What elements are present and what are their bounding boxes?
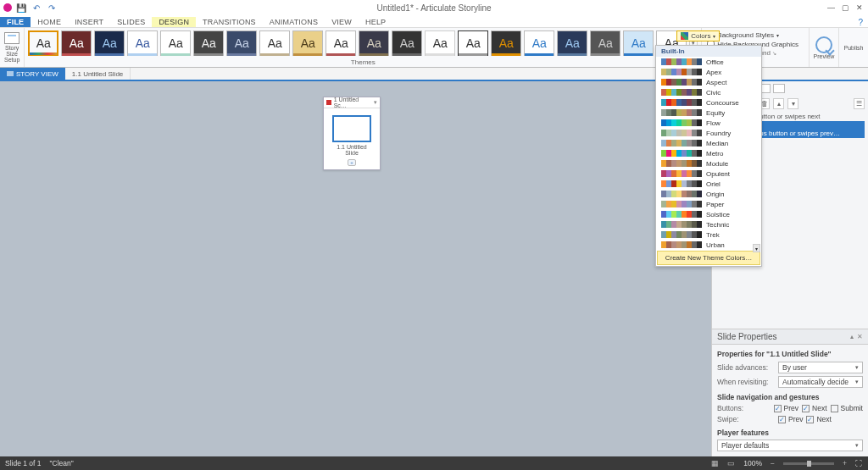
tab-design[interactable]: DESIGN	[152, 17, 196, 27]
color-scheme-solstice[interactable]: Solstice	[656, 209, 761, 219]
colors-dd-scroll-down[interactable]: ▾	[753, 244, 760, 252]
theme-thumb-13[interactable]: Aa	[458, 30, 488, 56]
buttons-next-checkbox[interactable]	[802, 405, 810, 412]
color-scheme-concourse[interactable]: Concourse	[656, 97, 761, 108]
save-button[interactable]: 💾	[15, 2, 27, 14]
advances-label: Slide advances:	[717, 363, 775, 372]
color-scheme-technic[interactable]: Technic	[656, 219, 761, 229]
theme-thumb-1[interactable]: Aa	[61, 30, 92, 56]
theme-thumb-18[interactable]: Aa	[623, 30, 654, 56]
zoom-in-icon[interactable]: +	[843, 459, 847, 467]
color-scheme-foundry[interactable]: Foundry	[656, 128, 761, 138]
tab-home[interactable]: HOME	[31, 17, 68, 27]
color-scheme-metro[interactable]: Metro	[656, 148, 761, 158]
theme-thumb-6[interactable]: Aa	[226, 30, 257, 56]
revisiting-label: When revisiting:	[717, 378, 775, 386]
tab-view[interactable]: VIEW	[325, 17, 359, 27]
color-scheme-equity[interactable]: Equity	[656, 108, 761, 118]
slide-thumbnail[interactable]	[332, 115, 371, 142]
slide-properties-header[interactable]: Slide Properties ▴✕	[712, 329, 868, 345]
panel-collapse-icon[interactable]: ▴	[850, 333, 854, 340]
triggers-vars-icon[interactable]: ☰	[854, 98, 865, 109]
color-scheme-median[interactable]: Median	[656, 138, 761, 148]
swipe-prev-checkbox[interactable]	[778, 416, 786, 423]
window-title: Untitled1* - Articulate Storyline	[376, 3, 491, 13]
slide-label: 1.1 Untitled Slide	[332, 144, 371, 156]
player-features-select[interactable]: Player defaults	[717, 440, 863, 451]
app-logo	[3, 3, 12, 12]
color-scheme-apex[interactable]: Apex	[656, 67, 761, 77]
colors-button[interactable]: Colors▾	[676, 30, 720, 41]
color-scheme-origin[interactable]: Origin	[656, 189, 761, 199]
theme-thumb-0[interactable]: Aa	[28, 30, 58, 56]
theme-thumb-3[interactable]: Aa	[127, 30, 158, 56]
ribbon-tabs: FILE HOME INSERT SLIDES DESIGN TRANSITIO…	[0, 15, 868, 27]
zoom-out-icon[interactable]: −	[771, 459, 775, 467]
add-slide-button[interactable]: +	[348, 159, 356, 166]
color-scheme-office[interactable]: Office	[656, 57, 761, 67]
colors-swatch-icon	[681, 32, 688, 40]
color-scheme-paper[interactable]: Paper	[656, 199, 761, 209]
theme-thumb-10[interactable]: Aa	[359, 30, 389, 56]
color-scheme-flow[interactable]: Flow	[656, 118, 761, 128]
color-scheme-civic[interactable]: Civic	[656, 87, 761, 97]
theme-thumb-8[interactable]: Aa	[292, 30, 323, 56]
theme-thumb-15[interactable]: Aa	[524, 30, 554, 56]
advances-select[interactable]: By user	[778, 362, 863, 373]
revisiting-select[interactable]: Automatically decide	[778, 376, 863, 388]
tab-insert[interactable]: INSERT	[68, 17, 110, 27]
view-slide-icon[interactable]: ▭	[727, 459, 735, 467]
scene-menu-icon[interactable]: ▾	[374, 99, 377, 106]
buttons-prev-checkbox[interactable]	[774, 405, 782, 412]
tab-help[interactable]: HELP	[359, 17, 392, 27]
theme-thumb-14[interactable]: Aa	[491, 30, 521, 56]
theme-thumb-5[interactable]: Aa	[193, 30, 224, 56]
slide-tab[interactable]: 1.1 Untitled Slide	[65, 68, 131, 80]
redo-button[interactable]: ↷	[46, 2, 58, 14]
story-size-icon	[4, 32, 19, 44]
scene-header[interactable]: 1 Untitled Sc… ▾	[324, 97, 380, 108]
color-scheme-aspect[interactable]: Aspect	[656, 77, 761, 87]
buttons-submit-checkbox[interactable]	[831, 405, 838, 412]
color-scheme-trek[interactable]: Trek	[656, 229, 761, 240]
zoom-level[interactable]: 100%	[743, 459, 762, 467]
device-phone-p-tab[interactable]	[773, 84, 785, 93]
color-scheme-opulent[interactable]: Opulent	[656, 169, 761, 179]
view-normal-icon[interactable]: ▦	[711, 459, 719, 467]
theme-thumb-4[interactable]: Aa	[160, 30, 191, 56]
background-styles-button[interactable]: Background Styles▾	[707, 30, 804, 40]
minimize-button[interactable]: —	[827, 3, 835, 12]
triggers-down-icon[interactable]: ▾	[787, 98, 798, 109]
publish-button[interactable]: Publish	[838, 28, 868, 67]
panel-close-icon[interactable]: ✕	[857, 333, 863, 340]
status-slide-count: Slide 1 of 1	[5, 459, 42, 467]
theme-thumb-12[interactable]: Aa	[425, 30, 455, 56]
help-icon[interactable]: ?	[858, 18, 863, 27]
color-scheme-urban[interactable]: Urban	[656, 240, 761, 250]
story-view-tab[interactable]: STORY VIEW	[0, 68, 65, 80]
color-scheme-module[interactable]: Module	[656, 158, 761, 169]
story-size-button[interactable]: Story Size Setup	[0, 28, 25, 67]
tab-slides[interactable]: SLIDES	[110, 17, 152, 27]
theme-thumb-7[interactable]: Aa	[259, 30, 290, 56]
theme-thumb-9[interactable]: Aa	[326, 30, 356, 56]
tab-transitions[interactable]: TRANSITIONS	[196, 17, 263, 27]
theme-thumb-17[interactable]: Aa	[590, 30, 620, 56]
story-canvas[interactable]: 1 Untitled Sc… ▾ 1.1 Untitled Slide +	[0, 81, 711, 456]
maximize-button[interactable]: ▢	[842, 3, 849, 12]
close-button[interactable]: ✕	[856, 3, 863, 12]
theme-thumb-11[interactable]: Aa	[392, 30, 422, 56]
preview-button[interactable]: Preview	[809, 28, 838, 67]
undo-button[interactable]: ↶	[31, 2, 42, 14]
tab-animations[interactable]: ANIMATIONS	[263, 17, 325, 27]
fit-window-icon[interactable]: ⛶	[855, 459, 863, 467]
zoom-slider[interactable]	[783, 462, 834, 465]
scene-card[interactable]: 1 Untitled Sc… ▾ 1.1 Untitled Slide +	[323, 97, 381, 170]
create-new-theme-colors[interactable]: Create New Theme Colors…	[657, 251, 760, 265]
tab-file[interactable]: FILE	[0, 17, 31, 27]
swipe-next-checkbox[interactable]	[806, 416, 814, 423]
color-scheme-oriel[interactable]: Oriel	[656, 179, 761, 189]
theme-thumb-16[interactable]: Aa	[557, 30, 587, 56]
triggers-up-icon[interactable]: ▴	[773, 98, 784, 109]
theme-thumb-2[interactable]: Aa	[94, 30, 125, 56]
